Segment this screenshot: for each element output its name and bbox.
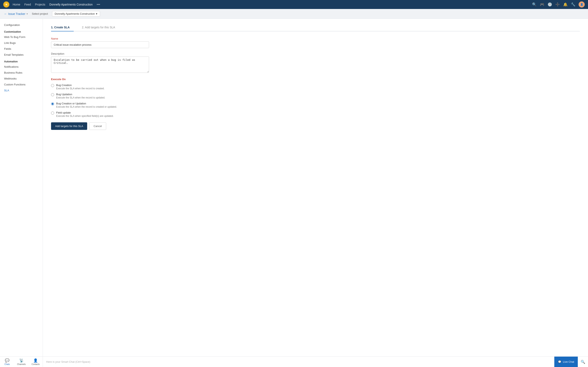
radio-bug-creation-input[interactable] (51, 84, 54, 87)
sidebar-item-fields[interactable]: Fields (0, 46, 43, 52)
bottom-bar: 💬 Chats 📡 Channels 👤 Contacts Here is yo… (0, 356, 588, 367)
tab-bar: 1. Create SLA 2. Add targets for this SL… (51, 24, 580, 31)
nav-links: Home Feed Projects Donnelly Apartments C… (13, 3, 532, 6)
channels-label: Channels (17, 363, 26, 365)
sidebar-item-webhooks[interactable]: Webhooks (0, 76, 43, 82)
live-chat-icon: 💬 (558, 360, 561, 363)
execute-on-group: Execute On Bug Creation Execute the SLA … (51, 78, 149, 117)
radio-bug-creation-desc: Execute the SLA when the record is creat… (56, 87, 104, 90)
radio-field-update-title: Field update (56, 111, 114, 114)
main-layout: Configuration Customization Web To Bug F… (0, 19, 588, 356)
radio-bug-creation-or-updation-desc: Execute the SLA when the record is creat… (56, 105, 117, 108)
nav-more-icon[interactable]: ••• (97, 3, 100, 6)
cancel-button[interactable]: Cancel (89, 122, 106, 130)
contacts-label: Contacts (31, 363, 39, 365)
bottom-tab-chats[interactable]: 💬 Chats (0, 357, 14, 367)
tab-create-sla[interactable]: 1. Create SLA (51, 24, 74, 31)
radio-bug-updation-desc: Execute the SLA when the record is updat… (56, 96, 105, 99)
radio-bug-creation-title: Bug Creation (56, 83, 104, 87)
radio-bug-updation-title: Bug Updation (56, 93, 105, 96)
channels-icon: 📡 (19, 358, 24, 363)
description-input[interactable]: Escalation to be carried out when a bug … (51, 57, 149, 73)
add-targets-button[interactable]: Add targets for this SLA (51, 122, 87, 130)
smart-chat-input[interactable]: Here is your Smart Chat (Ctrl+Space) (43, 360, 554, 363)
project-name: Donnelly Apartments Construction (55, 12, 95, 15)
sidebar-item-notifications[interactable]: Notifications (0, 64, 43, 70)
smart-chat-placeholder: Here is your Smart Chat (Ctrl+Space) (46, 360, 90, 363)
sidebar-item-web-to-bug-form[interactable]: Web To Bug Form (0, 34, 43, 40)
radio-bug-creation-or-updation-input[interactable] (51, 102, 54, 105)
project-dropdown[interactable]: Donnelly Apartments Construction ▾ (52, 11, 100, 17)
bottom-tab-contacts[interactable]: 👤 Contacts (28, 357, 43, 367)
sidebar-item-business-rules[interactable]: Business Rules (0, 70, 43, 76)
nav-right-icons: 🔍 🎮 🕐 ➕ 🔔 🔧 👤 (532, 1, 585, 8)
radio-bug-updation-input[interactable] (51, 93, 54, 96)
sidebar-item-custom-functions[interactable]: Custom Functions (0, 82, 43, 87)
radio-bug-creation[interactable]: Bug Creation Execute the SLA when the re… (51, 83, 149, 90)
bottom-tab-channels[interactable]: 📡 Channels (14, 357, 29, 367)
nav-active-project[interactable]: Donnelly Apartments Construction (49, 3, 93, 6)
radio-field-update-desc: Execute the SLA when specified field(s) … (56, 115, 114, 117)
execute-on-label: Execute On (51, 78, 149, 81)
search-icon[interactable]: 🔍 (532, 2, 536, 7)
name-label: Name (51, 37, 149, 40)
gamepad-icon[interactable]: 🎮 (540, 2, 544, 7)
live-chat-button[interactable]: 💬 Live Chat (554, 357, 578, 367)
nav-home[interactable]: Home (13, 3, 20, 6)
name-field-group: Name (51, 37, 149, 48)
name-input[interactable] (51, 42, 149, 48)
sidebar-group-automation: Automation (0, 58, 43, 64)
description-label: Description (51, 52, 149, 55)
contacts-icon: 👤 (33, 358, 38, 363)
sub-header: ← Issue Tracker ▾ Select project Donnell… (0, 9, 588, 19)
sidebar-item-link-bugs[interactable]: Link Bugs (0, 40, 43, 46)
form-buttons: Add targets for this SLA Cancel (51, 122, 149, 130)
nav-feed[interactable]: Feed (24, 3, 31, 6)
bell-icon[interactable]: 🔔 (563, 2, 568, 7)
dropdown-icon: ▾ (26, 12, 28, 15)
nav-projects[interactable]: Projects (35, 3, 45, 6)
wrench-icon[interactable]: 🔧 (571, 2, 575, 7)
top-nav: ✦ Home Feed Projects Donnelly Apartments… (0, 0, 588, 9)
back-arrow-icon: ← (4, 12, 7, 16)
dropdown-chevron-icon: ▾ (96, 12, 97, 15)
back-label: Issue Tracker (8, 12, 25, 16)
back-button[interactable]: ← Issue Tracker ▾ (4, 12, 28, 16)
radio-field-update[interactable]: Field update Execute the SLA when specif… (51, 111, 149, 117)
radio-bug-updation[interactable]: Bug Updation Execute the SLA when the re… (51, 93, 149, 99)
sidebar-item-sla[interactable]: SLA (0, 87, 43, 93)
tab-add-targets[interactable]: 2. Add targets for this SLA (82, 24, 119, 31)
chats-label: Chats (4, 363, 10, 365)
live-chat-label: Live Chat (563, 360, 574, 363)
clock-icon[interactable]: 🕐 (548, 2, 552, 7)
radio-field-update-input[interactable] (51, 111, 54, 115)
main-content: 1. Create SLA 2. Add targets for this SL… (43, 19, 588, 356)
bottom-tabs: 💬 Chats 📡 Channels 👤 Contacts (0, 357, 43, 367)
sidebar-item-email-templates[interactable]: Email Templates (0, 52, 43, 58)
logo-icon[interactable]: ✦ (3, 1, 9, 8)
bottom-search-icon[interactable]: 🔍 (578, 360, 588, 364)
select-project-label: Select project (32, 12, 48, 15)
sidebar: Configuration Customization Web To Bug F… (0, 19, 43, 356)
radio-bug-creation-or-updation-title: Bug Creation or Updation (56, 102, 117, 105)
plus-icon[interactable]: ➕ (555, 2, 560, 7)
description-field-group: Description Escalation to be carried out… (51, 52, 149, 74)
avatar[interactable]: 👤 (579, 1, 585, 8)
sla-form: Name Description Escalation to be carrie… (51, 37, 149, 130)
radio-bug-creation-or-updation[interactable]: Bug Creation or Updation Execute the SLA… (51, 102, 149, 108)
chats-icon: 💬 (5, 358, 9, 363)
sidebar-group-customization: Customization (0, 28, 43, 34)
sidebar-item-configuration[interactable]: Configuration (0, 22, 43, 28)
